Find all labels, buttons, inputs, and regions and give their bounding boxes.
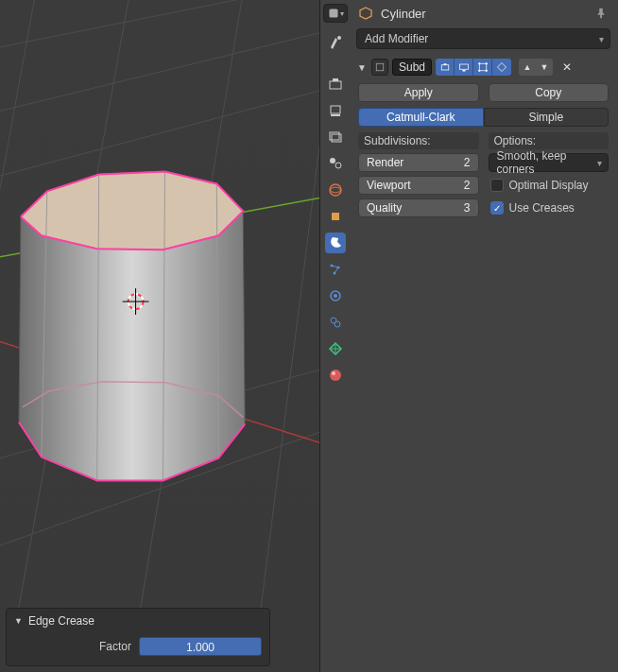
show-cage-icon[interactable] xyxy=(492,59,511,76)
svg-rect-24 xyxy=(331,114,340,116)
collapse-icon[interactable]: ▼ xyxy=(356,62,368,73)
copy-button[interactable]: Copy xyxy=(489,83,609,102)
properties-tab-strip: ▾ xyxy=(320,0,351,672)
svg-rect-47 xyxy=(479,63,487,71)
modifier-properties-panel: Cylinder Add Modifier ▼ Subd ▲ ▼ ✕ xyxy=(351,0,618,672)
mesh-data-tab-icon[interactable] xyxy=(325,338,346,359)
svg-rect-46 xyxy=(462,70,465,72)
object-name: Cylinder xyxy=(381,7,426,21)
properties-breadcrumb: Cylinder xyxy=(354,4,612,26)
render-tab-icon[interactable] xyxy=(325,74,346,95)
optimal-display-row[interactable]: Optimal Display xyxy=(489,176,609,195)
viewport-subdiv-field[interactable]: Viewport 2 xyxy=(358,176,479,195)
svg-point-50 xyxy=(478,70,480,72)
world-tab-icon[interactable] xyxy=(325,180,346,200)
optimal-display-checkbox[interactable] xyxy=(490,179,504,192)
svg-point-28 xyxy=(335,163,341,168)
particles-tab-icon[interactable] xyxy=(325,259,346,280)
svg-point-35 xyxy=(334,294,337,298)
show-render-icon[interactable] xyxy=(436,59,455,76)
svg-rect-23 xyxy=(331,106,340,113)
svg-point-29 xyxy=(330,184,341,196)
modifier-tab-icon[interactable] xyxy=(325,233,346,253)
quality-label: Quality xyxy=(367,201,402,215)
constraints-tab-icon[interactable] xyxy=(325,312,346,333)
operator-title: Edge Crease xyxy=(28,614,94,628)
factor-label: Factor xyxy=(99,640,131,653)
svg-point-51 xyxy=(485,70,487,72)
svg-point-41 xyxy=(332,371,335,375)
move-up-button[interactable]: ▲ xyxy=(519,59,536,76)
scene-tab-icon[interactable] xyxy=(325,153,346,174)
subdivisions-header: Subdivisions: xyxy=(358,132,479,149)
operator-panel[interactable]: ▼ Edge Crease Factor 1.000 xyxy=(6,608,270,666)
svg-rect-22 xyxy=(333,78,338,81)
render-label: Render xyxy=(367,156,403,169)
modifier-subdivision-surface: ▼ Subd ▲ ▼ ✕ Apply Copy Catmull-Clark S xyxy=(354,55,612,221)
catmull-clark-toggle[interactable]: Catmull-Clark xyxy=(358,108,484,127)
3d-viewport[interactable]: ▼ Edge Crease Factor 1.000 xyxy=(0,0,320,672)
render-value: 2 xyxy=(464,156,471,169)
svg-rect-42 xyxy=(376,63,384,71)
uv-smooth-select[interactable]: Smooth, keep corners xyxy=(489,153,609,172)
show-editmode-icon[interactable] xyxy=(473,59,492,76)
viewport-value: 2 xyxy=(464,179,471,192)
svg-rect-19 xyxy=(329,9,337,18)
svg-line-0 xyxy=(0,0,319,57)
simple-toggle[interactable]: Simple xyxy=(484,108,609,127)
physics-tab-icon[interactable] xyxy=(325,285,346,306)
material-tab-icon[interactable] xyxy=(325,365,346,386)
factor-field[interactable]: 1.000 xyxy=(139,637,262,656)
mesh-icon xyxy=(358,6,373,21)
svg-point-48 xyxy=(478,62,480,64)
svg-rect-45 xyxy=(459,64,468,69)
render-subdiv-field[interactable]: Render 2 xyxy=(358,153,479,172)
tool-tab-icon[interactable] xyxy=(325,32,346,53)
modifier-type-icon xyxy=(371,59,388,76)
operator-panel-header[interactable]: ▼ Edge Crease xyxy=(14,614,262,628)
use-creases-checkbox[interactable]: ✓ xyxy=(490,201,504,215)
svg-rect-21 xyxy=(330,81,341,89)
svg-point-20 xyxy=(337,36,341,40)
delete-modifier-button[interactable]: ✕ xyxy=(558,59,575,76)
modifier-visibility-group xyxy=(436,59,511,76)
optimal-display-label: Optimal Display xyxy=(509,179,589,192)
svg-point-27 xyxy=(330,158,335,164)
pin-icon[interactable] xyxy=(593,6,609,21)
svg-point-40 xyxy=(330,370,341,381)
viewport-label: Viewport xyxy=(367,179,410,192)
editor-type-dropdown[interactable]: ▾ xyxy=(323,4,348,23)
object-tab-icon[interactable] xyxy=(325,206,346,227)
svg-rect-43 xyxy=(441,65,449,70)
modifier-name-field[interactable]: Subd xyxy=(392,59,432,76)
svg-rect-44 xyxy=(443,63,446,65)
output-tab-icon[interactable] xyxy=(325,100,346,121)
options-header: Options: xyxy=(489,132,609,149)
quality-field[interactable]: Quality 3 xyxy=(358,198,479,217)
use-creases-row[interactable]: ✓ Use Creases xyxy=(489,198,609,217)
viewport-scene xyxy=(0,0,319,670)
add-modifier-dropdown[interactable]: Add Modifier xyxy=(356,28,610,49)
viewlayer-tab-icon[interactable] xyxy=(325,127,346,147)
apply-button[interactable]: Apply xyxy=(358,83,479,102)
move-down-button[interactable]: ▼ xyxy=(536,59,553,76)
svg-rect-30 xyxy=(332,213,339,220)
svg-line-1 xyxy=(0,19,319,123)
svg-point-49 xyxy=(485,62,487,64)
svg-point-37 xyxy=(335,321,340,327)
collapse-chevron-icon: ▼ xyxy=(14,616,23,626)
use-creases-label: Use Creases xyxy=(509,201,575,215)
show-viewport-icon[interactable] xyxy=(455,59,473,76)
quality-value: 3 xyxy=(464,201,471,215)
